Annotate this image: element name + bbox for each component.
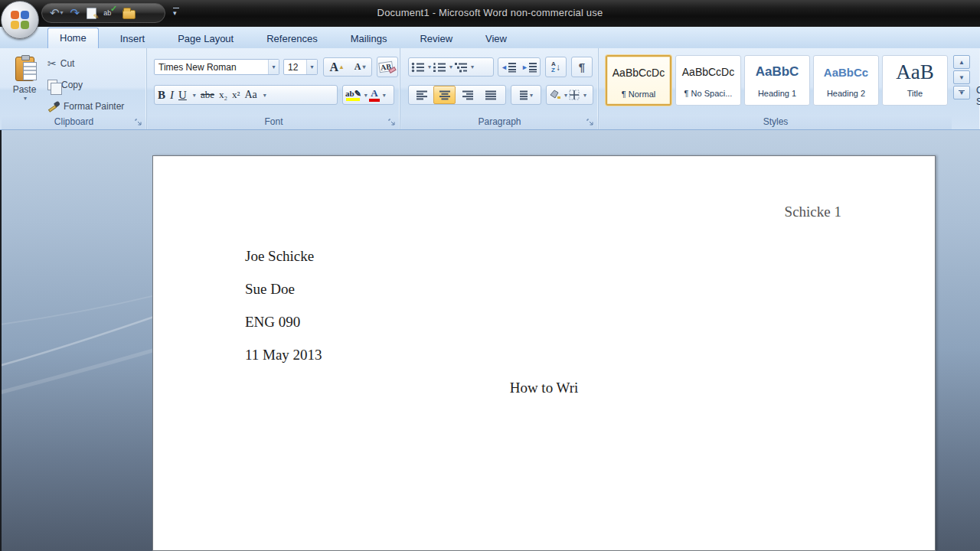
styles-group-label: Styles bbox=[599, 116, 952, 129]
paragraph-group-label: Paragraph bbox=[401, 116, 598, 129]
numbering-dropdown-icon[interactable]: ▾ bbox=[449, 64, 452, 70]
font-color-button[interactable]: A bbox=[369, 89, 380, 102]
cut-icon: ✂ bbox=[47, 57, 57, 70]
numbering-button[interactable] bbox=[433, 62, 446, 73]
font-color-dropdown-icon[interactable]: ▾ bbox=[383, 92, 386, 99]
sort-button[interactable]: AZ ↓ bbox=[545, 57, 567, 77]
doc-line-author[interactable]: Joe Schicke bbox=[245, 248, 314, 265]
multilevel-list-button[interactable] bbox=[454, 62, 468, 73]
spelling-grammar-icon[interactable]: ab✓ bbox=[103, 9, 116, 17]
title-bar: Document1 - Microsoft Word non-commercia… bbox=[0, 0, 980, 27]
font-color-swatch bbox=[369, 99, 380, 102]
group-font: Times New Roman ▾ 12 ▾ A▴ A▾ AB B I U ▾ … bbox=[148, 48, 400, 129]
strikethrough-button[interactable]: abe bbox=[201, 89, 214, 101]
font-dialog-launcher[interactable] bbox=[387, 118, 397, 127]
font-group-label: Font bbox=[148, 116, 400, 129]
document-workspace: Schicke 1 Joe Schicke Sue Doe ENG 090 11… bbox=[0, 130, 980, 551]
quick-access-toolbar: ↶▾ ↷ ✎ ab✓ bbox=[41, 3, 165, 23]
show-hide-pilcrow-button[interactable]: ¶ bbox=[571, 57, 593, 77]
subscript-button[interactable]: x₂ bbox=[219, 89, 227, 101]
styles-scroll-up-button[interactable]: ▲ bbox=[953, 55, 970, 69]
font-size-value: 12 bbox=[284, 62, 306, 73]
tab-page-layout[interactable]: Page Layout bbox=[166, 29, 245, 48]
underline-dropdown-icon[interactable]: ▾ bbox=[193, 92, 196, 99]
justify-button[interactable] bbox=[479, 86, 501, 103]
tab-insert[interactable]: Insert bbox=[109, 29, 157, 48]
ribbon-tab-row: Home Insert Page Layout References Maili… bbox=[0, 27, 980, 48]
paragraph-dialog-launcher[interactable] bbox=[586, 118, 595, 127]
styles-more-button[interactable]: ▼ bbox=[953, 86, 970, 99]
superscript-button[interactable]: x² bbox=[232, 89, 240, 101]
bold-button[interactable]: B bbox=[158, 89, 165, 102]
format-painter-icon bbox=[47, 100, 60, 112]
font-family-value: Times New Roman bbox=[155, 62, 268, 73]
font-size-combo[interactable]: 12 ▾ bbox=[283, 59, 318, 75]
page-header-text[interactable]: Schicke 1 bbox=[785, 204, 841, 220]
tab-home[interactable]: Home bbox=[47, 28, 99, 48]
open-folder-icon[interactable] bbox=[122, 10, 136, 19]
shading-dropdown-icon[interactable]: ▾ bbox=[564, 92, 567, 99]
group-paragraph: ▾ ▾ ▾ ◄ ► AZ ↓ ¶ ▾ ▾ bbox=[401, 48, 599, 129]
sort-arrow-icon: ↓ bbox=[556, 62, 560, 73]
align-left-button[interactable] bbox=[410, 86, 433, 103]
increase-indent-button[interactable]: ► bbox=[521, 62, 537, 73]
tab-mailings[interactable]: Mailings bbox=[339, 29, 399, 48]
copy-icon bbox=[47, 80, 57, 90]
change-case-button[interactable]: Aa bbox=[244, 89, 256, 101]
paste-clipboard-icon bbox=[15, 57, 34, 81]
doc-line-date[interactable]: 11 May 2013 bbox=[245, 347, 322, 364]
clipboard-dialog-launcher[interactable] bbox=[134, 118, 143, 127]
font-size-dropdown-icon[interactable]: ▾ bbox=[306, 60, 317, 74]
change-case-dropdown-icon[interactable]: ▾ bbox=[263, 92, 266, 99]
highlight-dropdown-icon[interactable]: ▾ bbox=[364, 92, 368, 99]
underline-button[interactable]: U bbox=[178, 89, 187, 102]
redo-icon[interactable]: ↷ bbox=[70, 6, 80, 20]
style-heading1[interactable]: AaBbC Heading 1 bbox=[744, 55, 810, 106]
change-styles-button-clipped[interactable]: C S bbox=[976, 85, 980, 108]
font-family-combo[interactable]: Times New Roman ▾ bbox=[154, 59, 279, 75]
bullets-button[interactable] bbox=[411, 62, 425, 73]
undo-icon[interactable]: ↶▾ bbox=[50, 6, 64, 20]
italic-button[interactable]: I bbox=[170, 89, 174, 102]
doc-line-course[interactable]: ENG 090 bbox=[245, 314, 300, 331]
font-family-dropdown-icon[interactable]: ▾ bbox=[268, 60, 279, 74]
tab-view[interactable]: View bbox=[474, 29, 518, 48]
customize-qat-icon[interactable]: ▾ bbox=[173, 8, 179, 17]
shading-button[interactable] bbox=[549, 90, 561, 100]
shrink-font-button[interactable]: A▾ bbox=[354, 61, 366, 73]
borders-button[interactable] bbox=[569, 90, 580, 100]
tab-review[interactable]: Review bbox=[408, 29, 464, 48]
grow-font-button[interactable]: A▴ bbox=[329, 60, 343, 74]
ribbon: Paste ▾ ✂ Cut Copy Format Painter Clipbo… bbox=[0, 48, 980, 130]
office-button[interactable] bbox=[1, 1, 39, 39]
style-title[interactable]: AaB Title bbox=[882, 55, 948, 106]
align-right-button[interactable] bbox=[456, 86, 479, 103]
clear-formatting-button[interactable]: AB bbox=[377, 57, 398, 77]
doc-line-instructor[interactable]: Sue Doe bbox=[245, 281, 295, 298]
clipboard-group-label: Clipboard bbox=[2, 116, 146, 129]
decrease-indent-button[interactable]: ◄ bbox=[501, 62, 517, 73]
borders-dropdown-icon[interactable]: ▾ bbox=[583, 92, 586, 99]
format-painter-button[interactable]: Format Painter bbox=[47, 99, 124, 114]
copy-button[interactable]: Copy bbox=[47, 77, 83, 93]
cut-button[interactable]: ✂ Cut bbox=[47, 56, 74, 71]
align-center-button[interactable] bbox=[433, 86, 456, 104]
style-normal[interactable]: AaBbCcDc ¶ Normal bbox=[606, 55, 671, 106]
multilevel-dropdown-icon[interactable]: ▾ bbox=[471, 64, 474, 70]
style-no-spacing[interactable]: AaBbCcDc ¶ No Spaci... bbox=[675, 55, 741, 106]
draw-page-icon[interactable]: ✎ bbox=[87, 8, 96, 19]
text-highlight-button[interactable]: ab✎ bbox=[345, 90, 361, 101]
styles-scroll-down-button[interactable]: ▼ bbox=[953, 70, 970, 84]
style-heading2[interactable]: AaBbCc Heading 2 bbox=[813, 55, 879, 106]
bullets-dropdown-icon[interactable]: ▾ bbox=[428, 64, 431, 70]
office-logo-icon bbox=[11, 11, 29, 29]
highlight-color-swatch bbox=[346, 98, 360, 101]
document-page[interactable]: Schicke 1 Joe Schicke Sue Doe ENG 090 11… bbox=[152, 155, 936, 551]
tab-references[interactable]: References bbox=[255, 29, 328, 48]
group-clipboard: Paste ▾ ✂ Cut Copy Format Painter Clipbo… bbox=[2, 48, 147, 129]
line-spacing-button[interactable]: ▾ bbox=[511, 85, 541, 105]
paste-button[interactable]: Paste ▾ bbox=[6, 54, 43, 115]
group-styles: AaBbCcDc ¶ Normal AaBbCcDc ¶ No Spaci...… bbox=[599, 48, 980, 129]
doc-title-line[interactable]: How to Wri bbox=[153, 380, 935, 396]
